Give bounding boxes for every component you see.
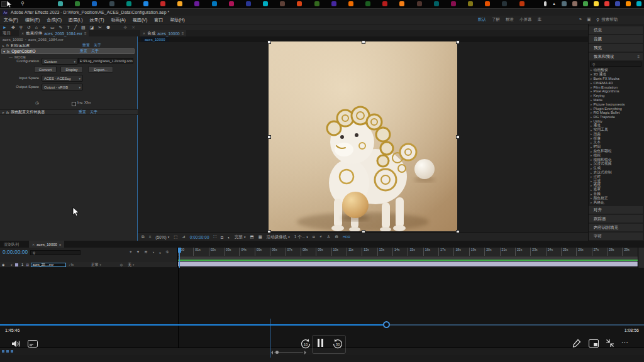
panel-align[interactable]: 对齐: [589, 206, 643, 214]
pinned-app-icon[interactable]: [314, 1, 319, 6]
graph-editor-icon[interactable]: ⛗: [165, 250, 169, 255]
hide-shy-icon[interactable]: ≋: [144, 250, 147, 255]
menu-item[interactable]: 文件(F): [4, 17, 18, 23]
effect-category[interactable]: Film Emulation: [589, 85, 643, 89]
menu-item[interactable]: 窗口: [154, 17, 163, 23]
pinned-app-icon[interactable]: [280, 1, 285, 6]
panel-character[interactable]: 字符: [589, 233, 643, 240]
timeline-search-box[interactable]: ⚲: [30, 250, 80, 255]
camera-dropdown[interactable]: 活动摄像机▾: [267, 234, 290, 240]
rewind-10-button[interactable]: 10: [300, 338, 311, 349]
menu-item[interactable]: 动画(A): [111, 17, 126, 23]
clone-stamp-tool-icon[interactable]: ▨: [81, 25, 86, 30]
composition-image[interactable]: [269, 41, 457, 231]
layer-parent-dropdown[interactable]: 无 ▾: [128, 262, 134, 268]
pixel-aspect-icon[interactable]: ⧈: [313, 234, 315, 239]
pickwhip-icon[interactable]: ◎: [120, 263, 123, 266]
text-tool-icon[interactable]: T: [67, 25, 69, 30]
tab-composition[interactable]: ✕ 合成 aces_10000 ≡: [140, 30, 186, 36]
effect-category[interactable]: Plugin Everything: [589, 106, 643, 111]
timeline-right-scrollbar[interactable]: [638, 248, 644, 268]
help-search-label[interactable]: 搜索帮助: [601, 17, 618, 23]
tab-close-icon[interactable]: ✕: [32, 243, 35, 246]
draft-3d-icon[interactable]: ✦: [136, 250, 140, 255]
workspace-tab[interactable]: 库: [538, 17, 542, 23]
layer-caret-icon[interactable]: ▸: [11, 263, 13, 266]
comp-subtab[interactable]: aces_10000: [141, 36, 169, 42]
panel-audio[interactable]: 音频: [589, 35, 643, 43]
magnification-dropdown[interactable]: (50%)▾: [155, 235, 169, 239]
panel-preview[interactable]: 预览: [589, 44, 643, 52]
tray-chevron-icon[interactable]: ▲: [552, 2, 556, 6]
zoom-tool-icon[interactable]: ⚲: [19, 25, 23, 30]
effects-search-box[interactable]: ⚲: [590, 62, 641, 67]
forward-30-button[interactable]: 30: [332, 338, 343, 349]
selection-handle[interactable]: [362, 40, 365, 44]
tray-app-icon[interactable]: [604, 1, 609, 6]
tray-app-icon[interactable]: [562, 1, 567, 6]
convert-button[interactable]: Convert: [34, 66, 57, 73]
effect-name[interactable]: EXtractoR: [11, 43, 30, 48]
tray-app-icon[interactable]: [636, 1, 641, 6]
transparency-grid-icon[interactable]: ▦: [258, 234, 262, 239]
layer-switches[interactable]: ∕ fx: [70, 263, 74, 266]
tab-close-icon[interactable]: ✕: [143, 31, 145, 35]
pencil-edit-icon[interactable]: [572, 339, 581, 348]
tray-app-icon[interactable]: [594, 1, 599, 6]
pinned-app-icon[interactable]: [382, 1, 387, 6]
effect-row-extractor[interactable]: ▸ fx EXtractoR 重置 关于: [0, 43, 138, 48]
workspace-tab[interactable]: 标准: [506, 17, 514, 23]
roi-icon[interactable]: ⬒: [250, 234, 253, 239]
pinned-app-icon[interactable]: [331, 1, 336, 6]
menu-item[interactable]: 图层(L): [69, 17, 83, 23]
hand-tool-icon[interactable]: ✥: [11, 25, 15, 30]
pen-tool-icon[interactable]: ✎: [59, 25, 63, 30]
mic-icon[interactable]: [544, 1, 547, 6]
effect-category[interactable]: Matte: [589, 98, 643, 102]
panel-menu-icon[interactable]: ≡: [84, 31, 87, 35]
workspace-overflow-icon[interactable]: »: [579, 17, 582, 21]
tray-app-icon[interactable]: [572, 1, 577, 6]
reset-link[interactable]: 重置: [79, 109, 86, 115]
effect-category[interactable]: CINEMA 4D: [589, 80, 643, 85]
pinned-app-icon[interactable]: [109, 1, 114, 6]
input-space-dropdown[interactable]: ACES - ACEScg ▾: [42, 75, 83, 82]
tray-app-icon[interactable]: [626, 1, 631, 6]
effect-category[interactable]: Keying: [589, 94, 643, 98]
resolution-dropdown[interactable]: 完整▾: [235, 234, 246, 240]
tab-timeline-comp[interactable]: ✕ aces_10000 ≡: [29, 241, 64, 248]
timeline-timecode[interactable]: 0:00:00:00: [3, 249, 28, 255]
camera-tool-icon[interactable]: ⌂: [35, 25, 38, 30]
pinned-app-icon[interactable]: [246, 1, 251, 6]
mask-toggle-icon[interactable]: ⊿: [182, 234, 185, 239]
panel-content-aware-fill[interactable]: 内容识别填充: [589, 224, 643, 231]
selection-tool-icon[interactable]: ►: [3, 25, 7, 30]
selection-handle[interactable]: [456, 135, 460, 139]
puppet-tool-icon[interactable]: ⚉: [106, 25, 110, 30]
more-options-button[interactable]: ⋯: [621, 338, 629, 346]
tray-app-icon[interactable]: [615, 1, 620, 6]
pinned-app-icon[interactable]: [297, 1, 302, 6]
layer-mode-dropdown[interactable]: 正常 ▾: [91, 262, 101, 268]
configuration-path-field[interactable]: E:\PLug_config\aces_1.2\config.ocio: [78, 58, 133, 63]
volume-icon[interactable]: [11, 339, 21, 348]
tab-project[interactable]: 项目: [3, 31, 11, 36]
caret-down-icon[interactable]: ▾: [3, 49, 5, 53]
pinned-app-icon[interactable]: [177, 1, 182, 6]
export-button[interactable]: Export...: [88, 66, 113, 73]
viewer-timecode[interactable]: 0:00:00:00: [190, 235, 209, 239]
pinned-app-icon[interactable]: [451, 1, 456, 6]
panel-menu-icon[interactable]: ≡: [182, 31, 184, 35]
caret-right-icon[interactable]: ▸: [3, 110, 4, 114]
channels-icon[interactable]: ◐: [228, 235, 230, 239]
effect-category[interactable]: Picture Instruments: [589, 102, 643, 106]
layer-duration-bar[interactable]: [178, 261, 638, 266]
pinned-app-icon[interactable]: [263, 1, 268, 6]
menu-item[interactable]: 帮助(H): [170, 17, 185, 23]
workspace-tab[interactable]: 默认: [478, 17, 486, 23]
title-bar[interactable]: Ae Adobe After Effects 2023 - D:\Work_Po…: [0, 8, 644, 16]
about-link[interactable]: 关于: [90, 109, 97, 115]
pinned-app-icon[interactable]: [143, 1, 148, 6]
motion-blur-icon[interactable]: ◒: [159, 250, 162, 255]
pinned-app-icon[interactable]: [229, 1, 234, 6]
